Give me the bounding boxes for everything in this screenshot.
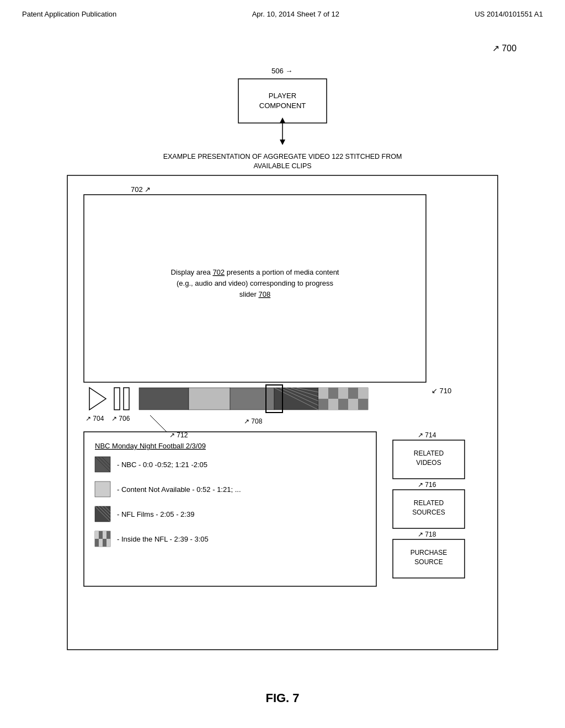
progress-seg-3 [230, 388, 274, 410]
chk10 [358, 399, 368, 410]
diagram-id-label: ↗ 700 [492, 44, 516, 53]
purchase-source-line1: PURCHASE [411, 549, 447, 556]
chk8 [338, 399, 348, 410]
related-sources-line2: SOURCES [412, 508, 445, 516]
arrow-up-head [280, 117, 285, 123]
legend-text-2: - Content Not Available - 0:52 - 1:21; .… [117, 485, 241, 494]
progress-seg-1 [139, 388, 189, 410]
play-button-icon [89, 388, 106, 410]
purchase-source-line2: SOURCE [414, 558, 443, 566]
presentation-label-line1: EXAMPLE PRESENTATION OF AGGREGATE VIDEO … [163, 153, 402, 160]
display-area-box [84, 195, 426, 382]
player-component-box [238, 79, 327, 123]
display-area-text-3: slider 708 [239, 290, 270, 298]
figure-label: FIG. 7 [0, 691, 565, 705]
chk3 [338, 388, 348, 399]
lc4-8 [106, 539, 110, 547]
diagram-svg: ↗ 700 506 → PLAYER COMPONENT EXAMPLE PRE… [34, 35, 531, 669]
lc4-7 [103, 539, 106, 547]
legend-text-3: - NFL Films - 2:05 - 2:39 [117, 510, 194, 518]
legend-title: NBC Monday Night Football 2/3/09 [95, 442, 206, 450]
patent-header: Patent Application Publication Apr. 10, … [0, 0, 565, 24]
legend-text-1: - NBC - 0:0 -0:52; 1:21 -2:05 [117, 461, 207, 469]
header-center: Apr. 10, 2014 Sheet 7 of 12 [252, 10, 339, 18]
display-area-text-1: Display area 702 presents a portion of m… [171, 268, 339, 276]
chk5 [358, 388, 368, 399]
lc4-6 [99, 539, 103, 547]
ref-702-label: 702 ↗ [131, 185, 151, 194]
chk4 [348, 388, 358, 399]
chk7 [328, 399, 338, 410]
ref-704-label: ↗ 704 [86, 415, 104, 422]
chk9 [348, 399, 358, 410]
legend-box-rect [84, 432, 376, 586]
chk1 [318, 388, 328, 399]
legend-color-2 [95, 481, 110, 497]
related-videos-line2: VIDEOS [416, 459, 441, 467]
ref-712-arrow [150, 415, 167, 432]
player-ref-label: 506 → [271, 67, 292, 75]
related-videos-line1: RELATED [414, 449, 444, 457]
header-right: US 2014/0101551 A1 [475, 10, 543, 18]
ref-706-label: ↗ 706 [111, 415, 130, 422]
ref-708-label: ↗ 708 [244, 417, 263, 425]
lc4-2 [99, 531, 103, 539]
legend-text-4: - Inside the NFL - 2:39 - 3:05 [117, 535, 209, 543]
ref-716-label: ↗ 716 [418, 481, 436, 489]
lc4-3 [103, 531, 106, 539]
arrow-down-head [280, 140, 285, 145]
lc4-4 [106, 531, 110, 539]
lc4-1 [95, 531, 99, 539]
presentation-label-line2: AVAILABLE CLIPS [253, 162, 311, 170]
ref-714-label: ↗ 714 [418, 431, 436, 439]
ref-718-label: ↗ 718 [418, 531, 436, 538]
player-component-text-line2: COMPONENT [259, 101, 306, 110]
chk2 [328, 388, 338, 399]
player-component-text-line1: PLAYER [269, 92, 296, 100]
lc4-5 [95, 539, 99, 547]
pause-bar-right [124, 388, 129, 410]
ref-712-label: ↗ 712 [169, 431, 188, 439]
chk6 [318, 399, 328, 410]
diagram-container: ↗ 700 506 → PLAYER COMPONENT EXAMPLE PRE… [0, 24, 565, 680]
related-sources-line1: RELATED [414, 499, 444, 507]
ref-710-label: ↙ 710 [431, 387, 451, 395]
progress-seg-2 [189, 388, 230, 410]
header-left: Patent Application Publication [22, 10, 116, 18]
display-area-text-2: (e.g., audio and video) corresponding to… [177, 279, 334, 287]
pause-bar-left [114, 388, 120, 410]
